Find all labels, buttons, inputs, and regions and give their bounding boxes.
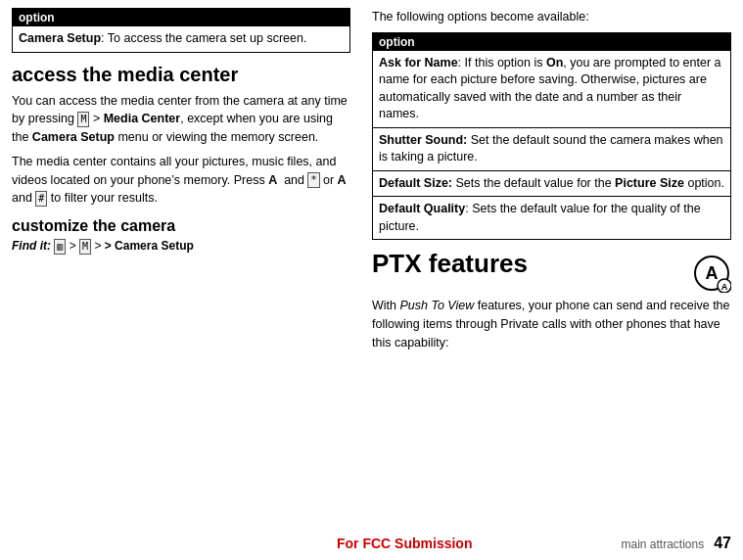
term-default-quality: Default Quality [379,202,465,215]
ptx-para: With Push To View features, your phone c… [372,297,731,351]
find-it: Find it: ▥ > M > > Camera Setup [12,239,350,255]
option-table-right: option Ask for Name: If this option is O… [372,32,731,241]
option-row-ask-for-name: Ask for Name: If this option is On, you … [373,51,730,127]
find-it-label: Find it: [12,239,51,253]
option-row-default-size: Default Size: Sets the default value for… [373,170,730,197]
svg-text:A: A [706,263,719,283]
star-key-icon: * [307,172,319,188]
footer-right: main attractions 47 [621,535,731,552]
menu-key2: M [79,239,91,255]
find-it-content: > Camera Setup [105,239,194,253]
push-to-view-italic: Push To View [399,299,474,312]
option-header-right: option [373,33,730,51]
customize-camera-title: customize the camera [12,217,350,235]
option-table-left: option Camera Setup: To access the camer… [12,8,350,53]
term-shutter-sound: Shutter Sound: [379,133,467,147]
on-bold: On [546,56,563,70]
access-para-2: The media center contains all your pictu… [12,153,350,208]
term-camera-setup: Camera Setup [19,31,101,45]
camera-setup-bold: Camera Setup [32,130,115,144]
hash-key-icon: # [35,191,47,207]
options-intro: The following options become available: [372,8,731,26]
option-row-camera-setup: Camera Setup: To access the camera set u… [13,26,349,52]
separator-camera-setup: : [101,31,108,45]
footer: For FCC Submission main attractions 47 [0,535,743,552]
camera-key: ▥ [54,239,66,255]
footer-page-number: 47 [714,535,731,551]
left-column: option Camera Setup: To access the camer… [0,0,362,262]
term-default-size: Default Size: [379,176,452,190]
term-ask-for-name: Ask for Name [379,56,458,70]
ptx-icon: A A [692,254,731,293]
access-media-center-title: access the media center [12,63,350,86]
option-row-shutter-sound: Shutter Sound: Set the default sound the… [373,127,730,170]
media-center-bold: Media Center [104,112,181,125]
find-it-icon1: ▥ [54,239,69,253]
key-a2: A [338,173,347,187]
ptx-title: PTX features [372,250,528,278]
key-a1: A [268,173,277,187]
right-column: The following options become available: … [362,0,743,366]
option-header-left: option [13,9,349,26]
menu-key-icon: M [77,112,89,127]
footer-main-attractions: main attractions [621,537,704,551]
picture-size-ref: Picture Size [615,176,684,190]
ptx-section-header: PTX features A A [372,250,731,293]
svg-text:A: A [721,282,728,292]
option-row-default-quality: Default Quality: Sets the default value … [373,196,730,239]
footer-fcc-text: For FCC Submission [188,536,621,551]
desc-camera-setup: To access the camera set up screen. [108,31,307,45]
access-para-1: You can access the media center from the… [12,92,350,147]
